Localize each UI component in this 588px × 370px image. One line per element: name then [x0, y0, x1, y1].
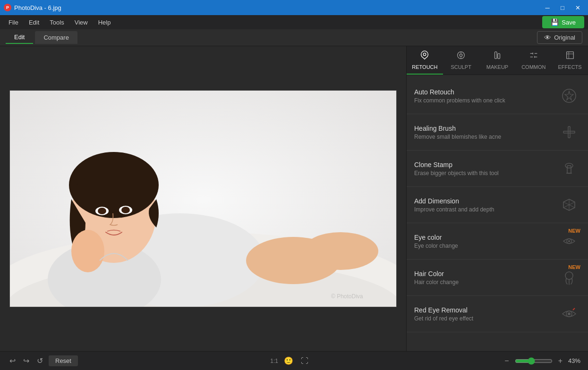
svg-point-40 — [568, 240, 570, 242]
zoom-label: 43% — [568, 357, 580, 364]
tool-red-eye-info: Red Eye Removal Get rid of red eye effec… — [414, 306, 558, 322]
tool-auto-retouch-info: Auto Retouch Fix common problems with on… — [414, 88, 558, 104]
tool-auto-retouch[interactable]: Auto Retouch Fix common problems with on… — [407, 78, 588, 114]
redo-button[interactable]: ↪ — [21, 354, 31, 367]
titlebar: P PhotoDiva - 6.jpg ─ □ ✕ — [0, 0, 588, 15]
svg-rect-21 — [498, 53, 500, 59]
svg-rect-37 — [567, 166, 571, 173]
tool-clone-stamp-info: Clone Stamp Erase bigger objects with th… — [414, 161, 558, 177]
svg-rect-33 — [568, 126, 570, 131]
svg-line-44 — [573, 308, 575, 310]
bottom-right: − + 43% — [503, 355, 580, 367]
zoom-slider[interactable] — [515, 357, 553, 365]
eye-icon: 👁 — [544, 34, 551, 42]
app-icon: P — [4, 4, 11, 11]
canvas-image: © PhotoDiva — [9, 90, 397, 307]
svg-rect-34 — [570, 131, 575, 133]
effects-label: EFFECTS — [558, 64, 582, 70]
svg-point-15 — [424, 53, 426, 56]
fullscreen-button[interactable]: ⛶ — [299, 355, 310, 367]
sculpt-label: SCULPT — [451, 64, 471, 70]
zoom-in-button[interactable]: + — [556, 355, 564, 367]
red-eye-icon — [558, 303, 580, 325]
tab-retouch[interactable]: RETOUCH — [407, 46, 443, 75]
svg-point-13 — [71, 230, 104, 272]
menu-edit[interactable]: Edit — [24, 17, 44, 28]
svg-point-6 — [303, 232, 378, 270]
canvas-area: © PhotoDiva — [0, 46, 406, 351]
makeup-icon — [492, 50, 503, 63]
close-button[interactable]: ✕ — [571, 2, 584, 13]
tool-eye-color[interactable]: NEW Eye color Eye color change — [407, 223, 588, 260]
tool-healing-brush-info: Healing Brush Remove small blemishes lik… — [414, 125, 558, 140]
bottom-center: 1:1 🙂 ⛶ — [270, 354, 310, 367]
undo-button[interactable]: ↩ — [8, 354, 17, 367]
tool-list: Auto Retouch Fix common problems with on… — [407, 75, 588, 351]
svg-text:© PhotoDiva: © PhotoDiva — [331, 293, 363, 300]
bottom-left: ↩ ↪ ↺ Reset — [8, 354, 78, 367]
tool-add-dimension-info: Add Dimension Improve contrast and add d… — [414, 197, 558, 213]
tool-add-dimension[interactable]: Add Dimension Improve contrast and add d… — [407, 187, 588, 223]
sculpt-icon — [456, 50, 466, 63]
retouch-icon — [419, 50, 430, 63]
save-icon: 💾 — [551, 18, 559, 26]
tool-red-eye-removal[interactable]: Red Eye Removal Get rid of red eye effec… — [407, 296, 588, 332]
app-title: PhotoDiva - 6.jpg — [14, 4, 61, 11]
svg-rect-32 — [563, 131, 568, 133]
svg-rect-28 — [566, 52, 573, 59]
add-dimension-icon — [558, 193, 580, 216]
auto-retouch-icon — [558, 84, 580, 107]
tab-effects[interactable]: EFFECTS — [552, 46, 588, 75]
common-icon — [528, 50, 539, 63]
menu-items: File Edit Tools View Help — [4, 17, 115, 28]
original-button[interactable]: 👁 Original — [537, 31, 582, 44]
user-icon[interactable]: 🙂 — [282, 354, 295, 367]
panel-tab-strip: RETOUCH SCULPT — [407, 46, 588, 75]
tool-eye-color-info: Eye color Eye color change — [414, 234, 558, 249]
tab-compare[interactable]: Compare — [35, 31, 77, 44]
window-controls: ─ □ ✕ — [541, 2, 584, 13]
reset-icon[interactable]: ↺ — [35, 354, 45, 367]
common-label: COMMON — [521, 64, 545, 70]
zoom-out-button[interactable]: − — [503, 355, 511, 367]
photo-placeholder: © PhotoDiva — [10, 91, 396, 307]
svg-point-43 — [568, 312, 571, 315]
right-panel: RETOUCH SCULPT — [406, 46, 588, 351]
menu-tools[interactable]: Tools — [45, 17, 68, 28]
svg-rect-35 — [568, 133, 570, 138]
restore-button[interactable]: □ — [556, 2, 569, 13]
retouch-label: RETOUCH — [412, 64, 437, 70]
svg-point-17 — [460, 54, 462, 57]
minimize-button[interactable]: ─ — [541, 2, 554, 13]
tab-sculpt[interactable]: SCULPT — [443, 46, 479, 75]
reset-button[interactable]: Reset — [49, 355, 78, 366]
bottom-bar: ↩ ↪ ↺ Reset 1:1 🙂 ⛶ − + 43% — [0, 351, 588, 370]
tab-common[interactable]: COMMON — [515, 46, 552, 75]
menu-file[interactable]: File — [4, 17, 23, 28]
menu-view[interactable]: View — [70, 17, 93, 28]
save-button[interactable]: 💾 Save — [542, 16, 584, 28]
edit-toolbar: Edit Compare 👁 Original — [0, 29, 588, 46]
clone-stamp-icon — [558, 157, 580, 180]
healing-brush-icon — [558, 121, 580, 143]
svg-point-12 — [121, 207, 130, 213]
svg-point-10 — [98, 208, 106, 214]
svg-rect-20 — [494, 52, 497, 59]
makeup-label: MAKEUP — [486, 64, 508, 70]
tool-healing-brush[interactable]: Healing Brush Remove small blemishes lik… — [407, 114, 588, 151]
effects-icon — [565, 50, 575, 63]
menubar: File Edit Tools View Help 💾 Save — [0, 15, 588, 29]
tool-hair-color-info: Hair Color Hair color change — [414, 270, 558, 286]
hair-color-new-badge: NEW — [568, 264, 580, 270]
eye-color-new-badge: NEW — [568, 228, 580, 234]
tool-clone-stamp[interactable]: Clone Stamp Erase bigger objects with th… — [407, 151, 588, 187]
tool-hair-color[interactable]: NEW Hair Color Hair color change — [407, 260, 588, 296]
tab-edit[interactable]: Edit — [6, 31, 33, 44]
menu-help[interactable]: Help — [94, 17, 116, 28]
main-layout: © PhotoDiva RETOUCH — [0, 46, 588, 351]
tab-makeup[interactable]: MAKEUP — [479, 46, 516, 75]
ratio-label: 1:1 — [270, 358, 278, 364]
